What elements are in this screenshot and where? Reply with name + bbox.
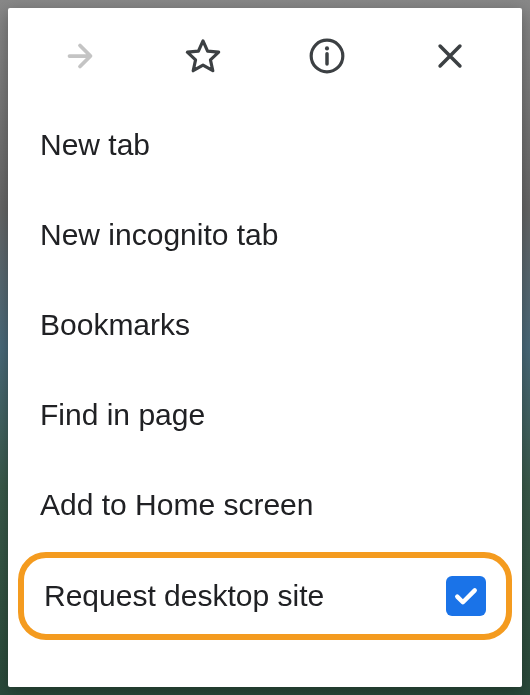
- menu-item-label: Add to Home screen: [40, 488, 313, 522]
- menu-list: New tab New incognito tab Bookmarks Find…: [8, 100, 522, 650]
- menu-item-bookmarks[interactable]: Bookmarks: [8, 280, 522, 370]
- svg-point-2: [325, 46, 329, 50]
- menu-item-label: Bookmarks: [40, 308, 190, 342]
- menu-item-find-in-page[interactable]: Find in page: [8, 370, 522, 460]
- menu-item-label: Find in page: [40, 398, 205, 432]
- menu-item-label: Request desktop site: [44, 579, 324, 613]
- info-icon: [308, 37, 346, 75]
- bookmark-button[interactable]: [181, 34, 225, 78]
- info-button[interactable]: [305, 34, 349, 78]
- forward-button[interactable]: [58, 34, 102, 78]
- desktop-site-checkbox[interactable]: [446, 576, 486, 616]
- star-icon: [184, 37, 222, 75]
- forward-icon: [62, 38, 98, 74]
- menu-icon-row: [8, 8, 522, 100]
- menu-item-label: New tab: [40, 128, 150, 162]
- menu-item-new-tab[interactable]: New tab: [8, 100, 522, 190]
- close-menu-button[interactable]: [428, 34, 472, 78]
- menu-item-add-to-home-screen[interactable]: Add to Home screen: [8, 460, 522, 550]
- menu-item-new-incognito-tab[interactable]: New incognito tab: [8, 190, 522, 280]
- overflow-menu-panel: New tab New incognito tab Bookmarks Find…: [8, 8, 522, 687]
- checkmark-icon: [451, 581, 481, 611]
- menu-item-request-desktop-site[interactable]: Request desktop site: [18, 552, 512, 640]
- menu-item-label: New incognito tab: [40, 218, 278, 252]
- close-icon: [433, 39, 467, 73]
